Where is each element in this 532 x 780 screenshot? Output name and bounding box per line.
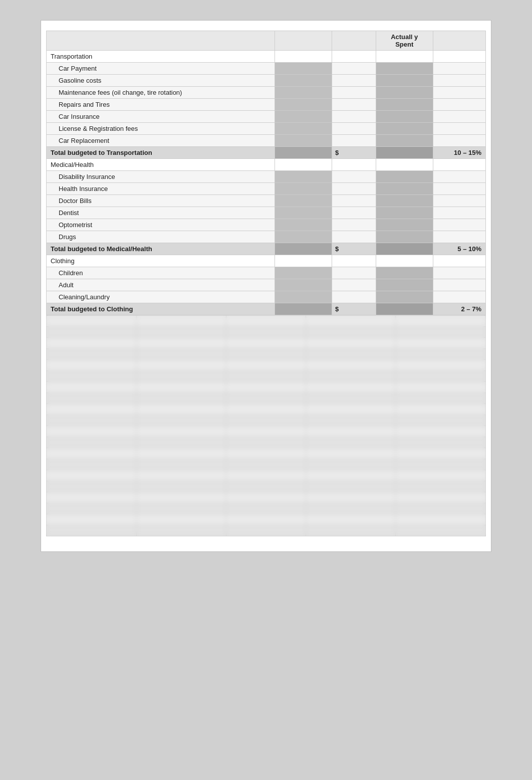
- blurred-subtotal: [136, 437, 226, 448]
- blurred-subtotal: [136, 492, 226, 503]
- blurred-row: [47, 327, 486, 338]
- blurred-row: [47, 459, 486, 470]
- total-cell: [332, 159, 376, 171]
- subtotal-cell: [275, 255, 332, 267]
- blurred-row: [47, 360, 486, 371]
- blurred-target: [396, 316, 486, 327]
- blurred-item: [47, 415, 137, 426]
- table-row: Disability Insurance: [47, 171, 486, 183]
- table-row: Dentist: [47, 207, 486, 219]
- item-label: Drugs: [47, 231, 275, 243]
- blurred-total: [226, 349, 306, 360]
- table-row: Optometrist: [47, 219, 486, 231]
- target-cell: [433, 219, 485, 231]
- blurred-target: [396, 327, 486, 338]
- total-cell: [332, 111, 376, 123]
- total-row: Total budgeted to Medical/Health $ 5 – 1…: [47, 243, 486, 255]
- target-cell: [433, 267, 485, 279]
- blurred-subtotal: [136, 382, 226, 393]
- target-cell: [433, 231, 485, 243]
- blurred-item: [47, 371, 137, 382]
- category-label: Clothing: [47, 255, 275, 267]
- blurred-total: [226, 404, 306, 415]
- target-cell: [433, 63, 485, 75]
- subtotal-cell: [275, 147, 332, 159]
- blurred-total: [226, 360, 306, 371]
- blurred-item: [47, 525, 137, 536]
- blurred-row: [47, 349, 486, 360]
- blurred-actual: [306, 514, 396, 525]
- subtotal-cell: [275, 303, 332, 315]
- blurred-item: [47, 327, 137, 338]
- blurred-actual: [306, 448, 396, 459]
- blurred-item: [47, 393, 137, 404]
- subtotal-cell: [275, 63, 332, 75]
- blurred-actual: [306, 437, 396, 448]
- blurred-subtotal: [136, 415, 226, 426]
- blurred-target: [396, 426, 486, 437]
- blurred-target: [396, 481, 486, 492]
- blurred-target: [396, 503, 486, 514]
- table-row: License & Registration fees: [47, 123, 486, 135]
- blurred-target: [396, 470, 486, 481]
- total-cell: [332, 171, 376, 183]
- target-cell: [433, 111, 485, 123]
- actual-cell: [376, 303, 433, 315]
- blurred-row: [47, 492, 486, 503]
- total-row: Total budgeted to Clothing $ 2 – 7%: [47, 303, 486, 315]
- total-cell: [332, 207, 376, 219]
- blurred-total: [226, 481, 306, 492]
- blurred-subtotal: [136, 470, 226, 481]
- item-label: Repairs and Tires: [47, 99, 275, 111]
- actual-cell: [376, 291, 433, 303]
- blurred-row: [47, 371, 486, 382]
- blurred-subtotal: [136, 316, 226, 327]
- table-row: Car Replacement: [47, 135, 486, 147]
- target-cell: [433, 207, 485, 219]
- actual-cell: [376, 159, 433, 171]
- target-cell: [433, 135, 485, 147]
- blurred-subtotal: [136, 426, 226, 437]
- table-row: Gasoline costs: [47, 75, 486, 87]
- target-cell: [433, 159, 485, 171]
- target-cell: [433, 87, 485, 99]
- blurred-target: [396, 459, 486, 470]
- blurred-total: [226, 459, 306, 470]
- blurred-rows-section: [46, 315, 486, 536]
- blurred-total: [226, 470, 306, 481]
- target-cell: [433, 171, 485, 183]
- total-cell: [332, 75, 376, 87]
- actual-cell: [376, 231, 433, 243]
- target-value: 5 – 10%: [433, 243, 485, 255]
- blurred-row: [47, 470, 486, 481]
- target-cell: [433, 279, 485, 291]
- item-label: Maintenance fees (oil change, tire rotat…: [47, 87, 275, 99]
- table-row: Children: [47, 267, 486, 279]
- blurred-target: [396, 404, 486, 415]
- col-header-total: [332, 31, 376, 51]
- actual-cell: [376, 51, 433, 63]
- col-header-target: [433, 31, 485, 51]
- item-label: Optometrist: [47, 219, 275, 231]
- blurred-item: [47, 349, 137, 360]
- actual-cell: [376, 279, 433, 291]
- table-row: Doctor Bills: [47, 195, 486, 207]
- actual-cell: [376, 63, 433, 75]
- blurred-target: [396, 338, 486, 349]
- actual-cell: [376, 183, 433, 195]
- blurred-actual: [306, 393, 396, 404]
- blurred-total: [226, 393, 306, 404]
- blurred-actual: [306, 338, 396, 349]
- subtotal-cell: [275, 51, 332, 63]
- col-header-item: [47, 31, 275, 51]
- blurred-row: [47, 448, 486, 459]
- blurred-item: [47, 459, 137, 470]
- blurred-row: [47, 426, 486, 437]
- blurred-subtotal: [136, 393, 226, 404]
- total-cell: [332, 255, 376, 267]
- blurred-total: [226, 415, 306, 426]
- blurred-target: [396, 382, 486, 393]
- total-row: Total budgeted to Transportation $ 10 – …: [47, 147, 486, 159]
- blurred-target: [396, 349, 486, 360]
- total-cell: [332, 267, 376, 279]
